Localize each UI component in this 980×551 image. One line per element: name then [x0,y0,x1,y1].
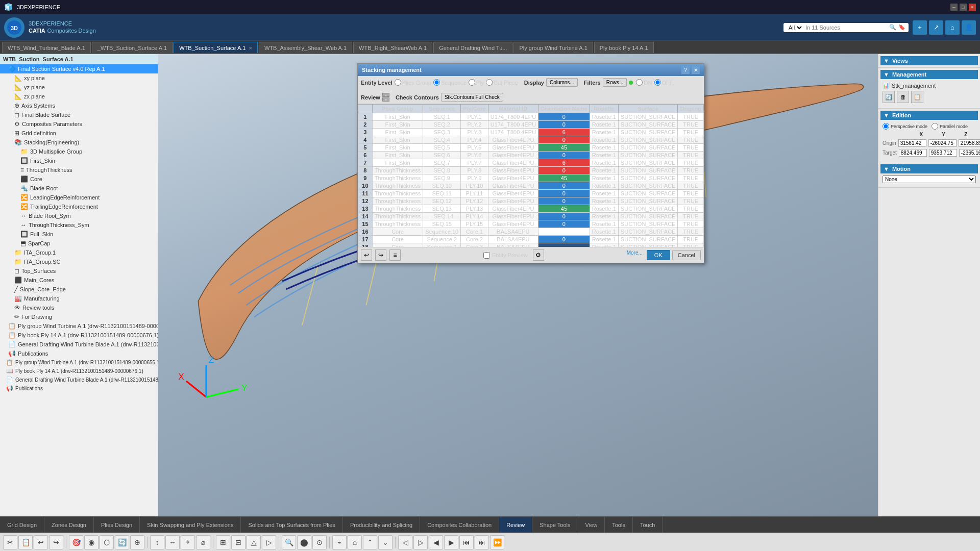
ok-button[interactable]: OK [647,250,670,260]
sidebar-item-for-drawing[interactable]: ✏For Drawing [0,312,158,321]
footer-settings-btn[interactable]: ⚙ [533,249,544,261]
action-btn-6-0[interactable]: ◁ [398,535,412,549]
action-btn-2-2[interactable]: ⌖ [181,535,195,549]
sequence-radio-item[interactable]: Sequence [433,79,467,86]
action-btn-2-3[interactable]: ⌀ [196,535,210,549]
bottom-tab-11[interactable]: Touch [633,517,663,533]
sidebar-item-grid-definition[interactable]: ⊞Grid definition [0,129,158,138]
sidebar-item-ply-group[interactable]: 📋 Ply group Wind Turbine A.1 (drw-R11321… [0,358,158,367]
ply-radio[interactable] [469,79,475,86]
sidebar-item-full-skin[interactable]: 🔲Full_Skin [0,230,158,239]
action-btn-5-2[interactable]: ⌃ [363,535,377,549]
bottom-tab-1[interactable]: Zones Design [44,517,94,533]
table-row[interactable]: 1First_SkinSEQ.1PLY.1U174_T800 4EPU0Rose… [358,113,704,121]
cut-piece-radio[interactable] [486,79,493,86]
on-radio-item[interactable]: ON [636,79,652,86]
target-y-input[interactable] [929,149,957,157]
bookmark-icon[interactable]: 🔖 [898,24,905,31]
perspective-radio-item[interactable]: Perspective mode [883,123,927,130]
motion-select[interactable]: None [883,176,976,183]
parallel-radio-item[interactable]: Parallel mode [932,123,968,130]
sidebar-item-first-skin[interactable]: 🔲First_Skin [0,156,158,165]
bottom-tab-7[interactable]: Review [499,517,532,533]
action-btn-5-1[interactable]: ⌂ [348,535,362,549]
action-btn-3-3[interactable]: ▷ [262,535,276,549]
bottom-tab-6[interactable]: Composites Collaboration [420,517,499,533]
mgmt-btn-1[interactable]: 🔄 [883,91,895,103]
sidebar-item-ply-group[interactable]: 📋Ply group Wind Turbine A.1 (drw-R113210… [0,321,158,331]
action-btn-0-0[interactable]: ✂ [3,535,17,549]
entity-preview-checkbox[interactable] [483,252,490,259]
sidebar-item-ply-book[interactable]: 📖 Ply book Ply 14 A.1 (drw-R113210015148… [0,367,158,375]
plies-group-radio-item[interactable]: Plies Group [395,79,431,86]
sidebar-item-publications[interactable]: 📢 Publications [0,384,158,393]
sidebar-item-ita-group-sc[interactable]: 📁ITA_Group.SC [0,257,158,266]
table-row[interactable]: 6First_SkinSEQ.6PLY.6GlassFiber4EPU0Rose… [358,152,704,159]
origin-x-input[interactable] [898,139,926,147]
viewport[interactable]: Y X Z Stacking management ? ✕ Entity Lev… [158,54,878,516]
sidebar-item-axis-systems[interactable]: ⊕Axis Systems [0,101,158,110]
off-radio[interactable] [654,79,661,86]
sidebar-item-3d-multisplice[interactable]: 📁3D Multisplice Group [0,147,158,156]
action-btn-4-0[interactable]: 🔍 [282,535,296,549]
sidebar-item-ita-group1[interactable]: 📁ITA_Group.1 [0,248,158,257]
sidebar-item-sparcap[interactable]: ⬒SparCap [0,239,158,248]
action-btn-6-1[interactable]: ▷ [413,535,428,549]
sidebar-item-through-thickness[interactable]: ≡ThroughThickness [0,165,158,174]
cancel-button[interactable]: Cancel [672,250,701,260]
ply-radio-item[interactable]: Ply [469,79,484,86]
table-row[interactable]: 8ThroughThicknessSEQ.8PLY.8GlassFiber4EP… [358,167,704,174]
sidebar-item-stacking-eng[interactable]: 📚Stacking(Engineering) [0,138,158,147]
columns-button[interactable]: Columns... [546,78,578,87]
win-maximize-button[interactable]: □ [960,4,967,11]
action-btn-2-0[interactable]: ↕ [150,535,164,549]
bottom-tab-0[interactable]: Grid Design [0,517,44,533]
mgmt-btn-2[interactable]: 🗑 [897,91,909,103]
table-row[interactable]: 18CoreSequence.1Core.3BALSA4EPURosette.1… [358,243,704,247]
footer-btn-3[interactable]: ≡ [389,249,401,261]
action-btn-3-0[interactable]: ⊞ [216,535,230,549]
views-title[interactable]: ▼ Views [880,56,978,65]
table-row[interactable]: 12ThroughThicknessSEQ.12PLY.12GlassFiber… [358,197,704,205]
footer-btn-1[interactable]: ↩ [361,249,372,261]
tab-0[interactable]: WTB_Wind_Turbine_Blade A.1 [2,42,91,53]
bottom-tab-9[interactable]: View [578,517,605,533]
sidebar-item-zx-plane[interactable]: 📐zx plane [0,92,158,101]
table-row[interactable]: 7First_SkinSEQ.7PLY.7GlassFiber4EPU6Rose… [358,159,704,167]
action-btn-6-3[interactable]: ▶ [444,535,458,549]
action-btn-1-0[interactable]: 🎯 [69,535,83,549]
table-row[interactable]: 4First_SkinSEQ.4PLY.4GlassFiber4EPU0Rose… [358,136,704,144]
win-close-button[interactable]: ✕ [969,4,976,11]
tab-1[interactable]: _WTB_Suction_Surface A.1 [92,42,173,53]
tab-3[interactable]: WTB_Assembly_Shear_Web A.1 [259,42,352,53]
table-row[interactable]: 9ThroughThicknessSEQ.9PLY.9GlassFiber4EP… [358,174,704,182]
sidebar-item-blade-root-sym[interactable]: ↔Blade Root_Sym [0,211,158,220]
sidebar-item-publications[interactable]: 📢Publications [0,349,158,358]
sidebar-item-general-drafting[interactable]: 📄 General Drafting Wind Turbine Blade A.… [0,375,158,384]
win-minimize-button[interactable]: ─ [950,4,958,11]
action-btn-3-2[interactable]: △ [247,535,261,549]
action-btn-2-1[interactable]: ↔ [165,535,180,549]
bottom-tab-8[interactable]: Shape Tools [532,517,578,533]
sidebar-item-slope-core-edge[interactable]: ╱Slope_Core_Edge [0,285,158,294]
action-btn-4-2[interactable]: ⊙ [312,535,327,549]
bottom-tab-2[interactable]: Plies Design [94,517,140,533]
sidebar-item-yz-plane[interactable]: 📐yz plane [0,83,158,92]
review-up-arrow[interactable]: ▲ [382,93,389,97]
action-btn-5-0[interactable]: ⌁ [332,535,347,549]
tree-root[interactable]: WTB_Suction_Surface A.1 [0,54,158,64]
tab-close-2[interactable]: × [249,45,252,51]
management-title[interactable]: ▼ Management [880,70,978,79]
action-btn-1-4[interactable]: ⊕ [130,535,144,549]
bottom-tab-5[interactable]: Producibility and Splicing [343,517,420,533]
mgmt-btn-3[interactable]: 📋 [911,91,923,103]
table-row[interactable]: 17CoreSequence.2Core.2BALSA4EPU0Rosette.… [358,236,704,243]
sidebar-item-core[interactable]: ⬛Core [0,174,158,184]
bottom-tab-3[interactable]: Skin Swapping and Ply Extensions [140,517,241,533]
tab-7[interactable]: Ply book Ply 14 A.1 [594,42,654,53]
on-radio[interactable] [636,79,643,86]
table-row[interactable]: 16CoreSequence.10Core.1BALSA4EPURosette.… [358,228,704,236]
footer-btn-2[interactable]: ↪ [375,249,386,261]
action-btn-6-5[interactable]: ⏭ [475,535,489,549]
action-btn-1-3[interactable]: 🔄 [115,535,129,549]
